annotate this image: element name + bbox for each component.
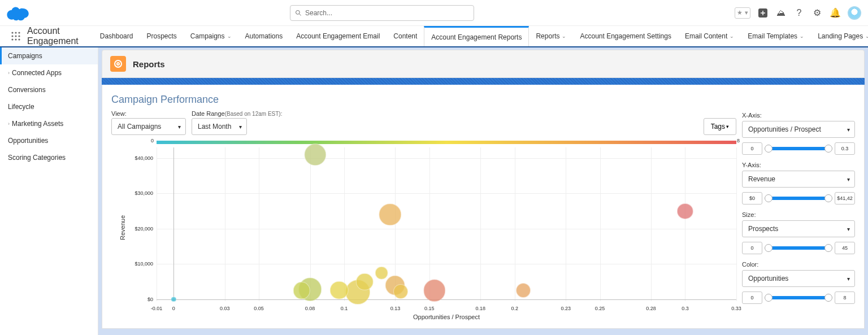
- view-select[interactable]: All Campaigns: [111, 118, 186, 135]
- color-axis-label: Color:: [742, 261, 855, 268]
- color-axis-select[interactable]: Opportunities: [742, 270, 855, 287]
- chevron-down-icon: ⌄: [865, 33, 868, 39]
- help-icon[interactable]: ?: [793, 7, 805, 19]
- y-tick: $30,000: [131, 190, 153, 196]
- chevron-down-icon: ⌄: [730, 33, 734, 39]
- sidebar: Campaigns›Connected AppsConversionsLifec…: [0, 47, 98, 335]
- svg-point-6: [11, 35, 13, 37]
- report-title: Campaign Performance: [111, 94, 736, 106]
- x-tick: 0.03: [220, 306, 230, 311]
- nav-item-automations[interactable]: Automations: [238, 26, 290, 46]
- bubble-point[interactable]: [330, 281, 349, 299]
- nav-item-landing-pages[interactable]: Landing Pages⌄: [811, 26, 868, 46]
- nav-item-email-content[interactable]: Email Content⌄: [678, 26, 741, 46]
- bubble-point[interactable]: [304, 143, 326, 166]
- bubble-point[interactable]: [375, 267, 388, 280]
- bubble-point[interactable]: [171, 297, 176, 302]
- nav-item-reports[interactable]: Reports⌄: [529, 26, 573, 46]
- x-tick: 0.08: [305, 306, 315, 311]
- bubble-point[interactable]: [516, 283, 531, 298]
- svg-point-4: [15, 32, 16, 33]
- x-min-input[interactable]: 0: [742, 142, 762, 155]
- add-button[interactable]: [757, 7, 769, 19]
- trailhead-icon[interactable]: ⛰: [775, 7, 787, 19]
- x-axis-title: Opportunities / Prospect: [413, 314, 480, 320]
- x-tick: 0.1: [341, 306, 348, 311]
- color-max-input[interactable]: 8: [835, 292, 855, 304]
- sidebar-item-conversions[interactable]: Conversions: [0, 81, 98, 98]
- y-max-input[interactable]: $41,42: [835, 192, 855, 205]
- x-tick: 0.33: [731, 306, 741, 311]
- nav-item-account-engagement-email[interactable]: Account Engagement Email: [289, 26, 387, 46]
- bubble-point[interactable]: [677, 203, 693, 219]
- svg-point-9: [11, 38, 13, 40]
- nav-item-account-engagement-settings[interactable]: Account Engagement Settings: [573, 26, 678, 46]
- sidebar-item-marketing-assets[interactable]: ›Marketing Assets: [0, 115, 98, 132]
- date-range-select[interactable]: Last Month: [192, 118, 247, 135]
- nav-bar: Account Engagement DashboardProspectsCam…: [0, 26, 868, 47]
- nav-item-campaigns[interactable]: Campaigns⌄: [184, 26, 238, 46]
- search-placeholder: Search...: [305, 9, 332, 17]
- nav-item-email-templates[interactable]: Email Templates⌄: [741, 26, 811, 46]
- nav-item-prospects[interactable]: Prospects: [140, 26, 183, 46]
- bubble-chart: 0 8 Revenue Opportunities / Prospect -0.…: [111, 137, 736, 324]
- nav-item-dashboard[interactable]: Dashboard: [93, 26, 140, 46]
- chevron-down-icon: ⌄: [562, 33, 566, 39]
- global-search-input[interactable]: Search...: [290, 5, 474, 21]
- color-min-input[interactable]: 0: [742, 292, 762, 304]
- salesforce-logo: [7, 5, 29, 21]
- size-min-input[interactable]: 0: [742, 242, 762, 254]
- size-axis-select[interactable]: Prospects: [742, 220, 855, 237]
- chevron-down-icon: ⌄: [227, 33, 232, 39]
- color-scale-min: 0: [151, 138, 154, 143]
- svg-point-5: [18, 32, 20, 33]
- sidebar-item-connected-apps[interactable]: ›Connected Apps: [0, 64, 98, 81]
- x-tick: 0.05: [254, 306, 264, 311]
- y-axis-select[interactable]: Revenue: [742, 171, 855, 188]
- tags-button[interactable]: Tags▾: [704, 118, 736, 135]
- x-axis-select[interactable]: Opportunities / Prospect: [742, 121, 855, 138]
- x-tick: 0.2: [511, 306, 518, 311]
- y-min-input[interactable]: $0: [742, 192, 762, 205]
- bubble-point[interactable]: [423, 280, 445, 302]
- svg-point-7: [15, 35, 16, 37]
- app-name: Account Engagement: [27, 26, 79, 46]
- nav-item-content[interactable]: Content: [387, 26, 424, 46]
- bubble-point[interactable]: [379, 203, 401, 225]
- y-axis-title: Revenue: [119, 215, 126, 240]
- x-tick: -0.01: [151, 306, 163, 311]
- app-launcher-icon[interactable]: [11, 26, 20, 46]
- settings-icon[interactable]: ⚙: [811, 7, 823, 19]
- color-slider[interactable]: [766, 296, 831, 299]
- x-tick: 0.3: [682, 306, 689, 311]
- page-title: Reports: [133, 59, 165, 69]
- x-tick: 0.18: [476, 306, 486, 311]
- caret-right-icon: ›: [8, 70, 10, 76]
- y-tick: $20,000: [131, 226, 153, 232]
- bubble-point[interactable]: [356, 273, 373, 290]
- sidebar-item-scoring-categories[interactable]: Scoring Categories: [0, 149, 98, 166]
- size-axis-label: Size:: [742, 211, 855, 218]
- date-range-label: Date Range(Based on 12am EST):: [192, 110, 282, 117]
- sidebar-item-opportunities[interactable]: Opportunities: [0, 132, 98, 149]
- bubble-point[interactable]: [393, 284, 408, 299]
- x-max-input[interactable]: 0.3: [835, 142, 855, 155]
- size-slider[interactable]: [766, 246, 831, 250]
- x-tick: 0.13: [390, 306, 401, 311]
- svg-point-3: [11, 32, 13, 33]
- sidebar-item-campaigns[interactable]: Campaigns: [0, 47, 98, 64]
- sidebar-item-lifecycle[interactable]: Lifecycle: [0, 98, 98, 115]
- y-slider[interactable]: [766, 197, 831, 200]
- favorites-button[interactable]: ★ ▾: [735, 7, 750, 19]
- svg-point-10: [15, 38, 16, 40]
- caret-right-icon: ›: [8, 121, 10, 127]
- svg-point-8: [18, 35, 20, 37]
- x-slider[interactable]: [766, 147, 831, 150]
- notifications-icon[interactable]: 🔔: [830, 7, 841, 19]
- y-axis-label: Y-Axis:: [742, 162, 855, 168]
- user-avatar[interactable]: [848, 6, 861, 20]
- x-tick: 0.23: [561, 306, 571, 311]
- y-tick: $40,000: [131, 155, 153, 161]
- nav-item-account-engagement-reports[interactable]: Account Engagement Reports: [424, 26, 529, 46]
- size-max-input[interactable]: 45: [835, 242, 855, 254]
